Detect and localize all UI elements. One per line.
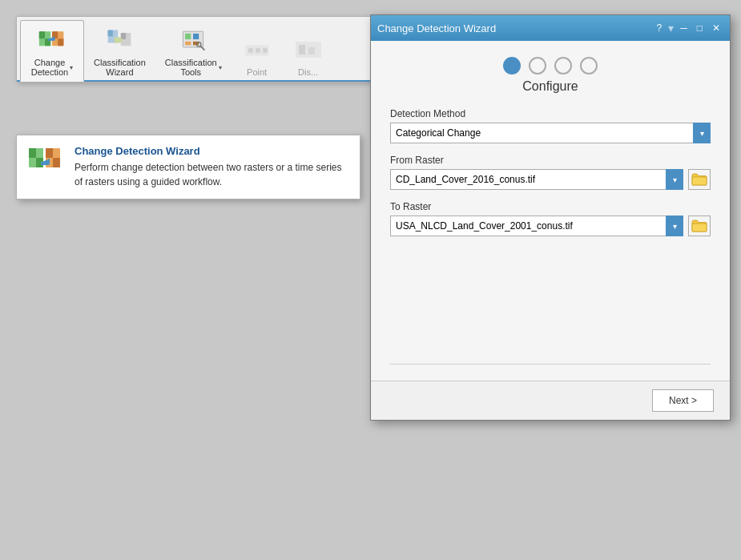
svg-rect-21 bbox=[248, 48, 252, 52]
tooltip-popup: Change Detection Wizard Perform change d… bbox=[16, 135, 360, 199]
classification-wizard-icon bbox=[103, 24, 135, 56]
tab-point[interactable]: Point bbox=[232, 30, 283, 80]
tab-classification-wizard[interactable]: Classification Wizard bbox=[84, 21, 155, 80]
detection-method-label: Detection Method bbox=[390, 108, 711, 119]
from-raster-group: From Raster CD_Land_Cover_2016_conus.tif… bbox=[390, 155, 711, 190]
wizard-step-title: Configure bbox=[390, 79, 711, 94]
svg-rect-23 bbox=[263, 48, 267, 52]
tab-classification-tools[interactable]: Classification Tools ▾ bbox=[155, 21, 232, 80]
wizard-title: Change Detection Wizard bbox=[377, 22, 496, 34]
step-indicators bbox=[390, 57, 711, 75]
next-button[interactable]: Next > bbox=[652, 389, 714, 412]
to-raster-folder-button[interactable] bbox=[688, 216, 711, 236]
step-dot-2 bbox=[529, 57, 546, 75]
svg-rect-12 bbox=[115, 37, 122, 42]
detection-method-select[interactable]: Categorical Change bbox=[390, 123, 711, 143]
svg-rect-28 bbox=[29, 148, 36, 158]
tooltip-content: Change Detection Wizard Perform change d… bbox=[75, 145, 348, 189]
wizard-dialog: Change Detection Wizard ? ▾ ─ □ ✕ Config… bbox=[370, 14, 731, 421]
to-raster-row: USA_NLCD_Land_Cover_2001_conus.tif ▾ bbox=[390, 216, 711, 236]
wizard-body: Configure Detection Method Categorical C… bbox=[371, 41, 730, 381]
svg-rect-5 bbox=[58, 38, 63, 46]
svg-rect-31 bbox=[46, 148, 53, 158]
to-raster-select[interactable]: USA_NLCD_Land_Cover_2001_conus.tif bbox=[390, 216, 683, 236]
wizard-titlebar: Change Detection Wizard ? ▾ ─ □ ✕ bbox=[371, 15, 730, 41]
svg-rect-9 bbox=[108, 30, 113, 36]
display-icon bbox=[292, 34, 324, 66]
svg-rect-26 bbox=[308, 47, 315, 54]
detection-method-row: Categorical Change ▾ bbox=[390, 123, 711, 143]
from-raster-select[interactable]: CD_Land_Cover_2016_conus.tif bbox=[390, 169, 683, 190]
change-detection-dropdown-arrow: ▾ bbox=[70, 64, 73, 71]
svg-rect-11 bbox=[121, 33, 126, 39]
classification-tools-icon bbox=[177, 24, 209, 56]
svg-rect-16 bbox=[185, 42, 191, 46]
from-raster-folder-button[interactable] bbox=[688, 169, 711, 190]
minimize-button[interactable]: ─ bbox=[677, 22, 691, 34]
svg-rect-22 bbox=[256, 48, 260, 52]
maximize-button[interactable]: □ bbox=[694, 22, 706, 34]
to-raster-label: To Raster bbox=[390, 201, 711, 212]
folder-icon-2 bbox=[691, 220, 707, 232]
svg-rect-32 bbox=[53, 158, 60, 167]
footer-separator bbox=[390, 364, 711, 365]
tab-change-detection[interactable]: Change Detection ▾ bbox=[20, 20, 84, 82]
detection-method-group: Detection Method Categorical Change ▾ bbox=[390, 108, 711, 143]
classification-wizard-label: Classification Wizard bbox=[94, 58, 146, 77]
svg-rect-14 bbox=[185, 34, 191, 39]
tab-display[interactable]: Dis... bbox=[283, 30, 334, 80]
folder-icon bbox=[691, 173, 707, 186]
point-icon bbox=[241, 34, 273, 66]
detection-method-select-wrapper: Categorical Change ▾ bbox=[390, 123, 711, 143]
change-detection-icon bbox=[36, 24, 68, 56]
classification-tools-dropdown-arrow: ▾ bbox=[219, 64, 222, 71]
display-label: Dis... bbox=[298, 67, 318, 77]
help-button[interactable]: ? bbox=[654, 22, 666, 34]
from-raster-label: From Raster bbox=[390, 155, 711, 166]
tooltip-title: Change Detection Wizard bbox=[75, 145, 348, 157]
svg-rect-7 bbox=[48, 38, 54, 41]
svg-rect-15 bbox=[193, 34, 199, 39]
wizard-content-area: Detection Method Categorical Change ▾ Fr… bbox=[390, 108, 711, 365]
wizard-footer: Next > bbox=[371, 381, 730, 420]
tooltip-wizard-icon bbox=[28, 145, 65, 182]
from-raster-select-wrapper: CD_Land_Cover_2016_conus.tif ▾ bbox=[390, 169, 683, 190]
content-spacer bbox=[390, 248, 711, 348]
to-raster-group: To Raster USA_NLCD_Land_Cover_2001_conus… bbox=[390, 201, 711, 236]
titlebar-controls: ? ▾ ─ □ ✕ bbox=[654, 22, 723, 34]
classification-tools-label: Classification Tools ▾ bbox=[165, 58, 222, 77]
titlebar-separator: ▾ bbox=[668, 22, 674, 34]
svg-rect-25 bbox=[299, 45, 305, 54]
point-label: Point bbox=[247, 67, 267, 77]
step-dot-4 bbox=[580, 57, 598, 75]
close-button[interactable]: ✕ bbox=[709, 22, 723, 34]
svg-rect-1 bbox=[39, 31, 45, 38]
change-detection-label: Change Detection ▾ bbox=[31, 58, 73, 77]
tooltip-description: Perform change detection between two ras… bbox=[75, 160, 348, 189]
svg-rect-34 bbox=[41, 162, 48, 165]
to-raster-select-wrapper: USA_NLCD_Land_Cover_2001_conus.tif ▾ bbox=[390, 216, 683, 236]
step-dot-3 bbox=[554, 57, 572, 75]
step-dot-1 bbox=[503, 57, 521, 75]
from-raster-row: CD_Land_Cover_2016_conus.tif ▾ bbox=[390, 169, 711, 190]
